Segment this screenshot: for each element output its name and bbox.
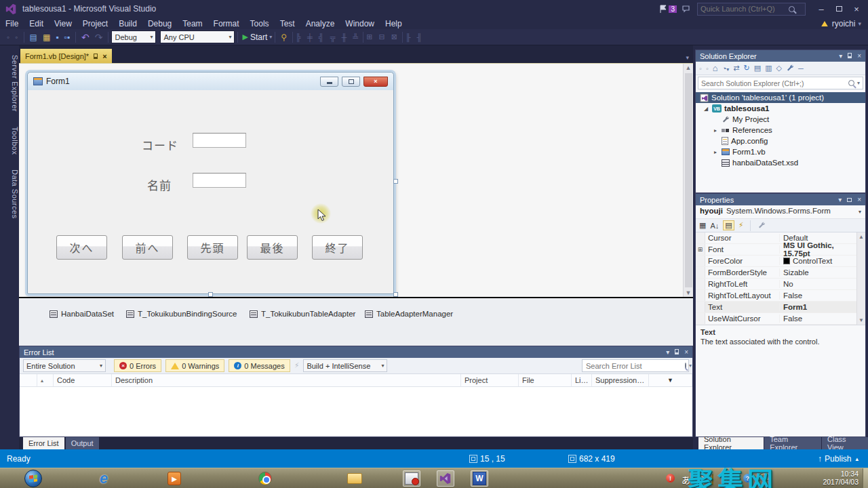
start-button[interactable]	[24, 470, 42, 487]
new-file-icon[interactable]: ▤	[27, 33, 40, 42]
panel-pin-icon[interactable]	[675, 348, 679, 356]
error-scope-dropdown[interactable]: Entire Solution▾	[23, 359, 106, 372]
panel-menu-chevron-icon[interactable]: ▾	[839, 52, 842, 60]
column-project[interactable]: Project	[461, 374, 519, 386]
close-button[interactable]: ×	[848, 3, 865, 15]
menu-help[interactable]: Help	[380, 18, 408, 29]
collapsed-arrow-icon[interactable]: ▸	[712, 149, 719, 155]
open-file-icon[interactable]: ▦	[40, 33, 53, 42]
forward-icon[interactable]: ◦	[706, 64, 709, 73]
taskbar-clock[interactable]: 10:34 2017/04/03	[823, 470, 859, 486]
designed-form-window[interactable]: Form1 × コード 名前 次へ 前へ 先頭 最後 終了	[27, 72, 394, 294]
menu-analyze[interactable]: Analyze	[300, 18, 340, 29]
pin-icon[interactable]	[94, 54, 98, 59]
property-row[interactable]: RightToLeftNo	[696, 279, 856, 290]
menu-file[interactable]: File	[0, 18, 24, 29]
tray-alert-icon[interactable]: !	[666, 474, 675, 483]
warnings-filter-button[interactable]: 0 Warnings	[165, 359, 224, 372]
sync-with-active-document-icon[interactable]: ⇄	[733, 64, 739, 73]
error-search-input[interactable]	[586, 362, 682, 370]
form-label-code[interactable]: コード	[142, 136, 178, 153]
solution-explorer-header[interactable]: Solution Explorer ▾ ×	[696, 50, 865, 62]
start-button[interactable]: Start	[250, 33, 267, 42]
menu-window[interactable]: Window	[340, 18, 380, 29]
menu-team[interactable]: Team	[177, 18, 208, 29]
component-binding-source[interactable]: T_TokuikubunBindingSource	[126, 310, 237, 318]
menu-format[interactable]: Format	[208, 18, 245, 29]
home-icon[interactable]: ⌂	[713, 63, 718, 73]
panel-close-icon[interactable]: ×	[857, 196, 861, 203]
solution-search-box[interactable]: ▾	[698, 77, 863, 89]
refresh-icon[interactable]: ↻	[744, 64, 750, 73]
taskbar-media-player-icon[interactable]: ▶	[165, 470, 183, 487]
error-source-dropdown[interactable]: Build + IntelliSense▾	[303, 359, 387, 372]
menu-debug[interactable]: Debug	[142, 18, 177, 29]
property-row[interactable]: FormBorderStyleSizable	[696, 267, 856, 279]
component-table-adapter[interactable]: T_TokuikubunTableAdapter	[250, 310, 355, 318]
show-desktop-button[interactable]	[863, 468, 868, 488]
find-in-files-icon[interactable]: ⚲	[278, 33, 290, 42]
collapse-all-icon[interactable]: ▤	[754, 64, 761, 73]
error-search-box[interactable]: ▾	[582, 359, 689, 372]
column-suppression[interactable]: Suppression…	[592, 374, 649, 386]
tree-item-my-project[interactable]: My Project	[696, 114, 865, 125]
form-textbox-code[interactable]	[193, 133, 246, 148]
scroll-thumb[interactable]	[685, 73, 692, 287]
tab-form1-design[interactable]: Form1.vb [Design]* ×	[20, 49, 112, 63]
panel-menu-chevron-icon[interactable]: ▾	[838, 196, 842, 203]
form-button-first[interactable]: 先頭	[187, 235, 238, 260]
collapsed-arrow-icon[interactable]: ▸	[712, 127, 719, 134]
errors-filter-button[interactable]: × 0 Errors	[114, 359, 161, 372]
taskbar-recorder-app[interactable]	[403, 470, 420, 487]
severity-column[interactable]	[20, 374, 37, 386]
error-list-body[interactable]	[20, 387, 692, 424]
column-file[interactable]: File	[519, 374, 572, 386]
panel-maximize-icon[interactable]	[847, 196, 852, 203]
resize-handle-corner[interactable]	[393, 292, 398, 297]
form-textbox-name[interactable]	[193, 173, 246, 188]
tree-item-form1[interactable]: ▸ Form1.vb	[696, 146, 865, 157]
menu-build[interactable]: Build	[113, 18, 142, 29]
property-row[interactable]: UseWaitCursorFalse	[696, 313, 856, 325]
component-table-adapter-manager[interactable]: TableAdapterManager	[365, 310, 453, 318]
sort-column[interactable]: ▴	[37, 374, 54, 386]
form-designer-surface[interactable]: Form1 × コード 名前 次へ 前へ 先頭 最後 終了 ▲ ▼	[19, 63, 693, 297]
form-button-exit[interactable]: 終了	[312, 235, 363, 260]
tab-close-icon[interactable]: ×	[102, 52, 106, 60]
resize-handle-bottom[interactable]	[208, 292, 213, 297]
restore-button[interactable]	[830, 3, 848, 15]
scroll-up-icon[interactable]: ▲	[857, 234, 865, 240]
column-code[interactable]: Code	[54, 374, 112, 386]
tree-item-app-config[interactable]: App.config	[696, 136, 865, 146]
menu-test[interactable]: Test	[275, 18, 300, 29]
object-selector-dropdown[interactable]: hyouji System.Windows.Forms.Form ▾	[696, 205, 865, 219]
view-code-icon[interactable]: ◇	[776, 64, 782, 73]
sidebar-tab-toolbox[interactable]: Toolbox	[0, 121, 19, 160]
quick-launch-search[interactable]	[697, 3, 806, 16]
scroll-up-icon[interactable]: ▲	[684, 64, 693, 71]
resize-handle-right[interactable]	[393, 179, 398, 184]
tree-item-solution[interactable]: Solution 'tablesousa1' (1 project)	[696, 92, 865, 103]
panel-close-icon[interactable]: ×	[684, 348, 688, 356]
user-name[interactable]: ryoichi	[832, 19, 856, 28]
form-button-prev[interactable]: 前へ	[122, 235, 173, 260]
panel-menu-chevron-icon[interactable]: ▾	[666, 348, 669, 356]
nav-forward-icon[interactable]: ◦	[12, 33, 20, 42]
properties-scrollbar[interactable]: ▲ ▼	[856, 232, 865, 325]
properties-wrench-icon[interactable]	[786, 64, 794, 73]
form-button-next[interactable]: 次へ	[56, 235, 107, 260]
solution-config-dropdown[interactable]: Debug▾	[111, 30, 156, 43]
categorized-icon[interactable]: ▦	[699, 221, 706, 230]
column-description[interactable]: Description	[112, 374, 461, 386]
start-debug-icon[interactable]: ▶	[242, 33, 248, 41]
expanded-arrow-icon[interactable]: ◢	[703, 106, 709, 112]
taskbar-explorer-folder-icon[interactable]	[346, 470, 363, 487]
solution-search-input[interactable]	[701, 79, 846, 87]
publish-button[interactable]: ↑ Publish ▴	[818, 454, 859, 464]
panel-close-icon[interactable]: ×	[857, 52, 861, 60]
sidebar-tab-data-sources[interactable]: Data Sources	[0, 164, 19, 224]
tab-solution-explorer[interactable]: Solution Explorer	[698, 437, 764, 449]
search-chevron-icon[interactable]: ▾	[857, 80, 860, 86]
save-icon[interactable]: ▪	[53, 33, 61, 42]
column-filter-funnel-icon[interactable]: ▼	[649, 374, 692, 386]
